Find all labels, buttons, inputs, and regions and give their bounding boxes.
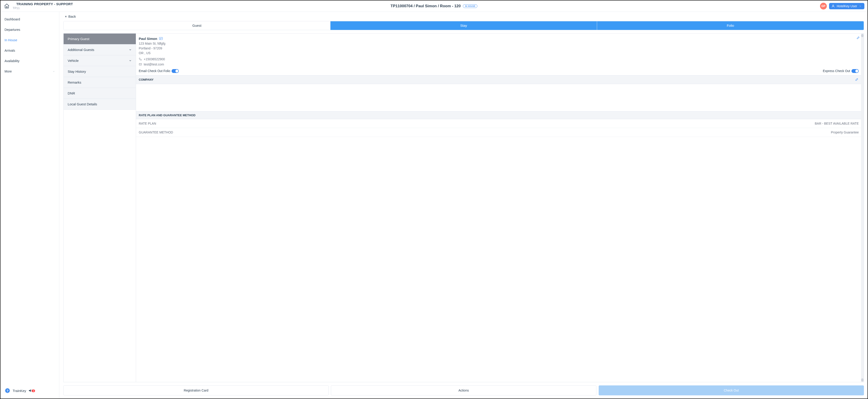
property-code: TP11 — [12, 6, 76, 10]
id-card-icon — [159, 37, 163, 40]
gnav-vehicle[interactable]: Vehicle — [64, 55, 136, 66]
gnav-label: DNR — [68, 91, 75, 95]
tab-folio[interactable]: Folio — [597, 21, 864, 30]
gnav-stay-history[interactable]: Stay History — [64, 66, 136, 77]
svg-point-0 — [833, 5, 834, 6]
sidebar: Dashboard Departures In House Arrivals A… — [0, 12, 59, 399]
express-checkout-toggle[interactable] — [851, 69, 859, 73]
email-row: test@test.com — [139, 62, 859, 66]
tab-stay[interactable]: Stay — [331, 21, 597, 30]
address-line-1: 123 Main St, fdfgfg — [139, 42, 859, 45]
edit-guest-button[interactable] — [857, 36, 860, 40]
express-checkout-label: Express Check Out — [823, 69, 850, 73]
sidebar-item-label: Departures — [4, 28, 20, 31]
sidebar-item-departures[interactable]: Departures — [0, 25, 59, 35]
gnav-remarks[interactable]: Remarks — [64, 77, 136, 88]
tab-label: Stay — [460, 24, 467, 27]
sidebar-item-dashboard[interactable]: Dashboard — [0, 14, 59, 25]
user-label: HotelKey User — [837, 4, 857, 8]
email-checkout-toggle[interactable] — [172, 69, 179, 73]
button-label: Actions — [459, 389, 469, 392]
edit-icon — [855, 78, 859, 81]
guarantee-value: Property Guarantee — [831, 131, 859, 134]
home-icon[interactable] — [4, 3, 10, 9]
sidebar-item-label: Availability — [4, 59, 20, 63]
property-name: TRAINING PROPERTY - SUPPORT — [12, 2, 76, 6]
avatar[interactable]: GP — [820, 3, 827, 9]
company-section-header: COMPANY — [136, 75, 862, 84]
arrow-left-icon — [64, 15, 67, 18]
gnav-label: Remarks — [68, 80, 81, 84]
gnav-additional-guests[interactable]: Additional Guests — [64, 45, 136, 55]
back-button[interactable]: Back — [64, 15, 76, 18]
chevron-down-icon — [859, 5, 862, 7]
notification-count: 1 — [32, 390, 35, 392]
gnav-local-guest-details[interactable]: Local Guest Details — [64, 99, 136, 110]
guest-detail: Paul Simon 123 Main St, fdfgfg Portland … — [136, 33, 864, 382]
sidebar-item-label: More — [4, 69, 12, 73]
sidebar-item-in-house[interactable]: In House — [0, 35, 59, 45]
scrollbar[interactable] — [861, 33, 864, 382]
company-body — [136, 84, 862, 111]
guarantee-label: GUARANTEE METHOD — [139, 131, 173, 134]
gnav-dnr[interactable]: DNR — [64, 88, 136, 99]
gnav-fill — [64, 110, 136, 382]
back-label: Back — [68, 15, 76, 18]
sidebar-item-more[interactable]: More — [0, 66, 59, 77]
user-menu-button[interactable]: HotelKey User — [829, 3, 864, 9]
edit-company-button[interactable] — [855, 78, 859, 82]
rate-section-header: RATE PLAN AND GUARANTEE METHOD — [136, 111, 862, 119]
main-panel: Back Guest Stay Folio Primary Guest Addi… — [59, 12, 868, 399]
chevron-down-icon — [53, 70, 55, 73]
company-header-label: COMPANY — [139, 78, 153, 81]
sidebar-item-label: Arrivals — [4, 49, 15, 52]
email-checkout-label: Email Check Out Folio — [139, 69, 170, 73]
help-icon[interactable]: ? — [4, 388, 10, 394]
sidebar-item-label: In House — [4, 38, 17, 42]
guest-name: Paul Simon — [139, 37, 157, 40]
footer-actions: Registration Card Actions Check Out — [63, 382, 864, 399]
sidebar-item-arrivals[interactable]: Arrivals — [0, 45, 59, 56]
trainkey-label[interactable]: TrainKey — [13, 389, 26, 393]
rate-plan-row: RATE PLAN BAR - BEST AVAILABLE RATE — [136, 119, 862, 128]
status-badge: IN HOUSE — [463, 4, 477, 8]
sidebar-item-label: Dashboard — [4, 18, 20, 21]
sidebar-footer: ? TrainKey 1 — [0, 384, 59, 399]
phone-icon — [139, 58, 142, 61]
scroll-up-arrow[interactable] — [861, 34, 864, 37]
chevron-down-icon — [129, 59, 132, 62]
gnav-primary-guest[interactable]: Primary Guest — [64, 33, 136, 45]
button-label: Registration Card — [184, 389, 209, 392]
actions-button[interactable]: Actions — [331, 386, 596, 395]
announcements-button[interactable]: 1 — [28, 388, 33, 393]
email-value: test@test.com — [144, 62, 164, 66]
envelope-icon — [139, 63, 142, 66]
phone-row: +15036522900 — [139, 57, 859, 61]
check-out-button[interactable]: Check Out — [599, 386, 864, 395]
user-icon — [831, 4, 835, 8]
guest-subnav: Primary Guest Additional Guests Vehicle … — [64, 33, 136, 382]
registration-card-button[interactable]: Registration Card — [63, 386, 329, 395]
chevron-down-icon — [129, 48, 132, 51]
guest-content: Primary Guest Additional Guests Vehicle … — [63, 33, 864, 382]
svg-point-2 — [160, 38, 161, 39]
phone-value: +15036522900 — [144, 57, 165, 61]
address-line-2: Portland - 97209 — [139, 47, 859, 50]
edit-icon — [857, 36, 860, 39]
button-label: Check Out — [724, 389, 739, 392]
tab-guest[interactable]: Guest — [64, 21, 331, 30]
address-line-3: OR , US — [139, 51, 859, 55]
gnav-label: Vehicle — [68, 59, 79, 62]
gnav-label: Stay History — [68, 69, 86, 74]
svg-rect-5 — [139, 63, 142, 65]
tab-label: Folio — [727, 24, 734, 27]
rate-plan-label: RATE PLAN — [139, 122, 156, 125]
detail-tabs: Guest Stay Folio — [63, 21, 864, 30]
scroll-down-arrow[interactable] — [861, 378, 864, 381]
sidebar-item-availability[interactable]: Availability — [0, 56, 59, 66]
tab-label: Guest — [192, 24, 202, 27]
gnav-label: Additional Guests — [68, 48, 94, 52]
app-header: TRAINING PROPERTY - SUPPORT TP11 TP11000… — [0, 0, 868, 12]
guest-info-card: Paul Simon 123 Main St, fdfgfg Portland … — [136, 33, 862, 75]
gnav-label: Primary Guest — [68, 37, 89, 41]
